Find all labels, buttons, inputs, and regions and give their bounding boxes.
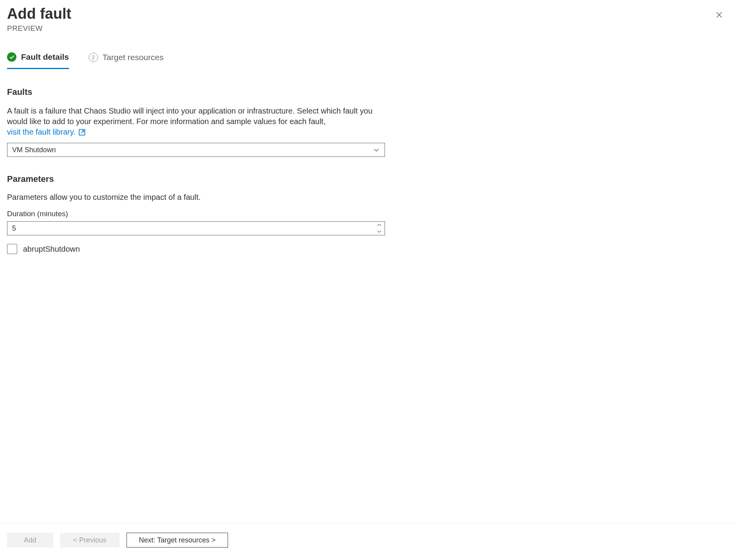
page-subtitle: PREVIEW — [7, 24, 71, 33]
chevron-down-icon — [377, 230, 381, 233]
blade-header: Add fault PREVIEW — [7, 5, 727, 33]
next-button[interactable]: Next: Target resources > — [127, 533, 228, 548]
fault-select[interactable]: VM Shutdown — [7, 143, 385, 157]
page-title: Add fault — [7, 5, 71, 23]
parameters-heading: Parameters — [7, 174, 390, 184]
faults-heading: Faults — [7, 87, 390, 97]
step-nav: Fault details 2 Target resources — [7, 52, 727, 69]
chevron-down-icon — [373, 146, 380, 153]
add-button: Add — [7, 533, 53, 548]
close-icon — [715, 11, 723, 19]
parameters-description: Parameters allow you to customize the im… — [7, 193, 390, 202]
open-external-icon — [78, 129, 86, 136]
step-done-icon — [7, 52, 16, 62]
spin-up-button[interactable] — [374, 222, 385, 228]
duration-input[interactable]: 5 — [7, 221, 385, 235]
step-label: Target resources — [103, 53, 164, 62]
chevron-up-icon — [377, 224, 381, 226]
previous-button: < Previous — [60, 533, 119, 548]
fault-library-link[interactable]: visit the fault library. — [7, 127, 86, 137]
close-button[interactable] — [711, 7, 727, 23]
checkbox-label: abruptShutdown — [23, 245, 80, 254]
spin-down-button[interactable] — [374, 228, 385, 235]
footer-bar: Add < Previous Next: Target resources > — [0, 523, 736, 560]
duration-label: Duration (minutes) — [7, 210, 390, 218]
abrupt-shutdown-checkbox[interactable]: abruptShutdown — [7, 244, 390, 254]
checkbox-box — [7, 244, 17, 254]
faults-description: A fault is a failure that Chaos Studio w… — [7, 106, 390, 137]
svg-line-3 — [81, 130, 84, 133]
step-fault-details[interactable]: Fault details — [7, 52, 69, 69]
duration-value: 5 — [7, 222, 374, 235]
fault-select-value: VM Shutdown — [12, 146, 56, 154]
step-label: Fault details — [21, 52, 69, 62]
step-target-resources[interactable]: 2 Target resources — [89, 52, 164, 69]
step-number-icon: 2 — [89, 53, 98, 62]
